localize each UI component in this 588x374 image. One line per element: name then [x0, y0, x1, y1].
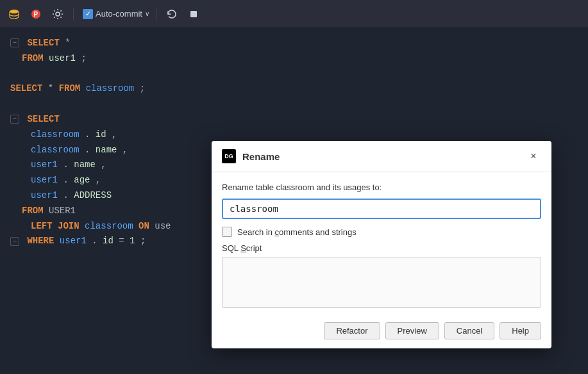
- svg-point-0: [10, 10, 19, 13]
- sql-script-area: [222, 257, 541, 308]
- p-icon[interactable]: P: [27, 5, 45, 23]
- rename-description: Rename table classroom and its usages to…: [222, 183, 541, 192]
- separator: [73, 8, 74, 20]
- sql-script-label: SQL Script: [222, 243, 541, 253]
- checkbox-label: Search in comments and strings: [237, 227, 357, 237]
- rename-input[interactable]: [222, 199, 541, 219]
- kw-from-1: FROM: [22, 53, 44, 63]
- code-line-6: − SELECT: [10, 112, 578, 127]
- dialog-logo: DG: [222, 149, 236, 163]
- db-icon[interactable]: [5, 5, 23, 23]
- dialog-title: Rename: [242, 151, 526, 162]
- fold-marker-2[interactable]: −: [10, 115, 19, 124]
- refactor-button[interactable]: Refactor: [324, 322, 380, 339]
- auto-commit-label: Auto-commit: [96, 9, 142, 19]
- dialog-body: Rename table classroom and its usages to…: [212, 172, 551, 316]
- code-line-2: FROM user1 ;: [10, 51, 578, 67]
- cancel-button[interactable]: Cancel: [444, 322, 494, 339]
- auto-commit-checkbox[interactable]: [83, 9, 93, 19]
- gear-icon[interactable]: [49, 5, 67, 23]
- auto-commit-chevron[interactable]: ∨: [145, 10, 149, 17]
- fold-marker-3[interactable]: −: [10, 237, 19, 246]
- svg-point-3: [56, 12, 60, 16]
- undo-icon[interactable]: [163, 5, 181, 23]
- separator2: [156, 8, 156, 20]
- dialog-header: DG Rename ×: [212, 141, 551, 172]
- code-line-3: [10, 67, 578, 82]
- help-button[interactable]: Help: [500, 322, 541, 339]
- fold-marker-1[interactable]: −: [10, 38, 19, 47]
- svg-rect-4: [190, 11, 197, 17]
- code-line-1: − SELECT *: [10, 36, 578, 51]
- auto-commit-area: Auto-commit ∨: [83, 9, 149, 19]
- search-checkbox-row: Search in comments and strings: [222, 227, 541, 237]
- preview-button[interactable]: Preview: [385, 322, 439, 339]
- code-line-5: [10, 97, 578, 112]
- stop-icon[interactable]: [185, 5, 203, 23]
- search-checkbox[interactable]: [222, 227, 232, 237]
- dialog-footer: Refactor Preview Cancel Help: [212, 316, 551, 348]
- close-button[interactable]: ×: [526, 149, 541, 164]
- rename-dialog: DG Rename × Rename table classroom and i…: [212, 141, 551, 348]
- code-line-4: SELECT * FROM classroom ;: [10, 81, 578, 97]
- toolbar: P Auto-commit ∨: [0, 0, 588, 28]
- code-line-7: classroom . id ,: [10, 127, 578, 143]
- kw-select-1: SELECT: [27, 38, 59, 48]
- svg-text:P: P: [34, 11, 38, 18]
